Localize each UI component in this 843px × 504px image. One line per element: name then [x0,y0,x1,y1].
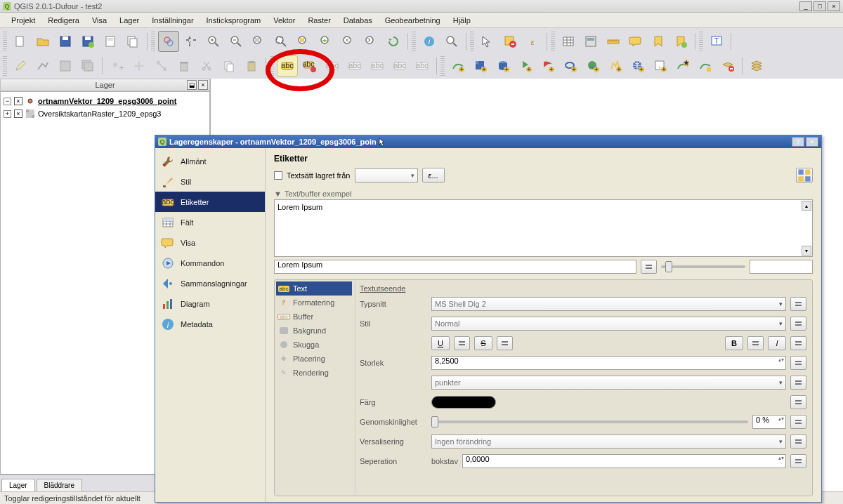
cut-icon[interactable] [196,55,217,77]
case-combo[interactable]: Ingen förändring [431,435,786,449]
menu-projekt[interactable]: Projekt [6,14,41,27]
remove-layer-icon[interactable] [717,55,738,77]
menu-lager[interactable]: Lager [114,14,145,27]
composer-manager-icon[interactable] [122,31,143,52]
toolbar-handle[interactable] [470,32,474,51]
dialog-help-button[interactable]: ? [792,137,804,147]
toolbar-handle[interactable] [699,32,703,51]
preview-bg-button[interactable] [750,260,813,274]
zoom-full-icon[interactable] [270,31,292,52]
label-pin-icon[interactable]: abc [344,55,365,77]
text-annotation-icon[interactable]: T [706,31,727,52]
paste-icon[interactable] [241,55,262,77]
add-vector-icon[interactable]: + [447,55,469,77]
sidebar-item-diagrams[interactable]: Diagram [155,293,265,314]
transparency-input[interactable]: 0 %▴▾ [752,415,786,429]
color-datadef-button[interactable] [790,395,806,409]
maximize-button[interactable]: □ [813,1,826,11]
show-bookmarks-icon[interactable] [670,31,691,52]
sidebar-item-actions[interactable]: Kommandon [155,253,265,273]
toolbar-handle[interactable] [412,32,416,51]
edit-toggle-icon[interactable] [10,55,31,77]
new-project-icon[interactable] [10,31,31,52]
case-datadef-button[interactable] [790,435,806,449]
save-as-icon[interactable] [77,31,98,52]
add-wms-icon[interactable]: + [582,55,603,77]
aspect-formatting[interactable]: ⁋ Formatering [276,296,352,310]
pan-icon[interactable] [158,31,179,52]
menu-redigera[interactable]: Redigera [42,14,85,27]
add-delimited-icon[interactable]: ,+ [650,55,671,77]
label-enable-checkbox[interactable] [274,171,282,180]
layer-visibility-checkbox[interactable]: × [14,97,22,105]
field-calc-icon[interactable] [580,31,601,52]
font-combo[interactable]: MS Shell Dlg 2 [431,297,786,311]
add-wfs-icon[interactable]: + [627,55,648,77]
toolbar-handle[interactable] [270,56,274,76]
bold-button[interactable]: B [725,336,743,350]
zoom-layer-icon[interactable] [315,31,336,52]
sidebar-item-style[interactable]: Stil [155,171,265,192]
identify-icon[interactable]: i [419,31,440,52]
pin-panel-button[interactable]: ⬓ [187,80,197,90]
automated-placement-button[interactable] [796,168,813,183]
menu-installningar[interactable]: Inställningar [146,14,199,27]
sidebar-item-general[interactable]: Allmänt [155,151,265,171]
sidebar-item-metadata[interactable]: i Metadata [155,314,265,334]
select-features-icon[interactable] [477,31,498,52]
new-spatialite-icon[interactable] [695,55,716,77]
add-postgis-icon[interactable]: + [492,55,514,77]
sidebar-item-display[interactable]: Visa [155,232,265,253]
select-icon[interactable] [441,31,462,52]
label-tool-icon[interactable]: abc [277,55,298,77]
layer-name[interactable]: OversiktskartanRaster_1209_epsg3 [38,110,161,118]
menu-vektor[interactable]: Vektor [268,14,301,27]
dialog-close-button[interactable]: × [806,137,818,147]
label-field-combo[interactable] [355,168,418,183]
size-unit-combo[interactable]: punkter [431,376,786,390]
attribute-table-icon[interactable] [558,31,579,52]
zoom-next-icon[interactable] [360,31,381,52]
zoom-native-icon[interactable] [248,31,269,52]
aspect-text[interactable]: abc Text [276,281,352,296]
deselect-icon[interactable] [499,31,521,52]
label-move-icon[interactable]: abc [367,55,388,77]
toolbar-handle[interactable] [551,32,555,51]
toolbar-handle[interactable] [3,32,7,51]
menu-visa[interactable]: Visa [86,14,112,27]
edit-line-icon[interactable] [32,55,53,77]
strikeout-datadef-button[interactable] [497,336,513,350]
style-datadef-button[interactable] [790,317,806,331]
toolbar-handle[interactable] [151,32,155,51]
bold-datadef-button[interactable] [747,336,764,350]
add-mssql-icon[interactable]: + [537,55,558,77]
layer-visibility-checkbox[interactable]: × [14,110,22,118]
move-feature-icon[interactable] [129,55,150,77]
minimize-button[interactable]: _ [799,1,812,11]
bookmark-icon[interactable] [648,31,669,52]
expression-button[interactable]: ε... [422,168,445,183]
tab-bladdrare[interactable]: Bläddrare [37,479,82,491]
preview-expander[interactable]: ▼ Text/buffer exempel [274,190,813,198]
add-wcs-icon[interactable]: + [605,55,626,77]
aspect-buffer[interactable]: abc Buffer [276,310,352,324]
add-oracle-icon[interactable]: + [560,55,581,77]
aspect-rendering[interactable]: ✎ Rendering [276,366,352,380]
composer-icon[interactable] [100,31,121,52]
menu-raster[interactable]: Raster [302,14,336,27]
preview-size-slider[interactable] [661,260,745,274]
open-project-icon[interactable] [32,31,53,52]
map-tips-icon[interactable] [625,31,646,52]
label-highlight-icon[interactable]: abc [322,55,343,77]
close-panel-button[interactable]: × [198,80,208,90]
manage-layers-icon[interactable] [746,55,767,77]
sidebar-item-fields[interactable]: Fält [155,212,265,232]
zoom-selection-icon[interactable] [293,31,314,52]
underline-datadef-button[interactable] [454,336,470,350]
transparency-slider[interactable] [431,415,748,429]
new-vector-icon[interactable]: ★ [672,55,693,77]
expression-select-icon[interactable]: ε [522,31,543,52]
add-feature-icon[interactable]: + [106,55,127,77]
size-datadef-button[interactable] [790,356,806,370]
save-edits-icon[interactable] [55,55,76,77]
